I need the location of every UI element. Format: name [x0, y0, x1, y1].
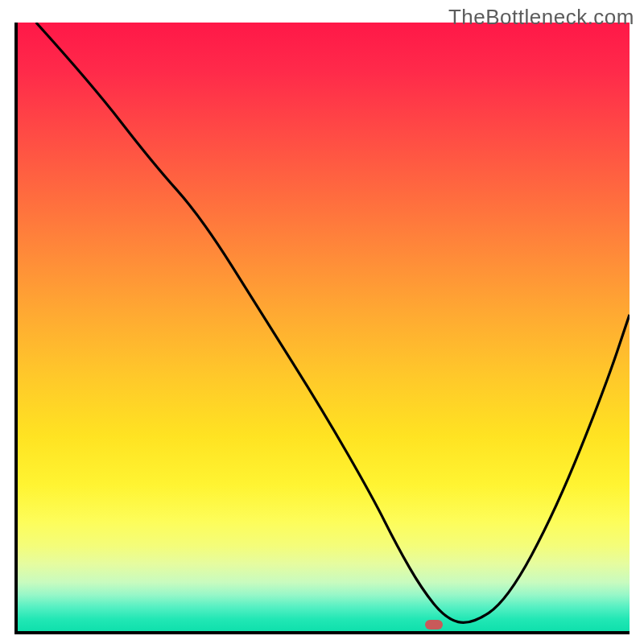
chart-frame: TheBottleneck.com — [0, 0, 644, 644]
line-svg — [18, 23, 630, 631]
watermark-text: TheBottleneck.com — [448, 5, 634, 30]
plot-area — [14, 23, 630, 634]
optimum-marker — [425, 620, 443, 630]
curve-path — [36, 23, 630, 622]
